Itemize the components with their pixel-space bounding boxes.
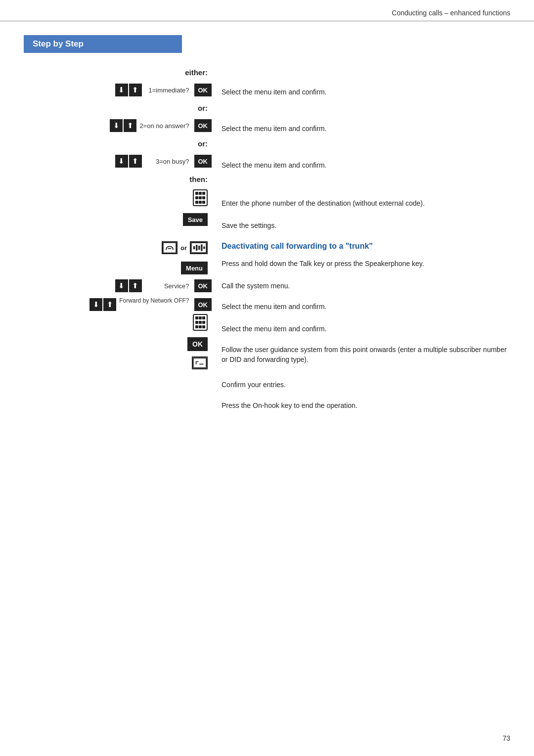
desc-confirm: Confirm your entries. xyxy=(222,375,510,394)
speaker-key-icon xyxy=(190,241,208,254)
svg-rect-4 xyxy=(195,196,198,199)
step-by-step-label: Step by Step xyxy=(33,39,84,48)
svg-rect-14 xyxy=(196,245,197,251)
desc-menu: Call the system menu. xyxy=(222,276,510,295)
right-column: Select the menu item and confirm. Select… xyxy=(217,64,510,417)
left-column: either: ⬇ ⬆ 1=immediate? OK or: xyxy=(24,64,217,417)
down-arrow-1[interactable]: ⬇ xyxy=(115,84,128,96)
ok-btn-3[interactable]: OK xyxy=(194,155,212,168)
down-arrow-service[interactable]: ⬇ xyxy=(115,279,128,292)
follow-desc: Follow the user guidance system from thi… xyxy=(222,345,510,365)
svg-rect-17 xyxy=(203,246,205,249)
or-text-talk: or xyxy=(180,244,187,252)
save-desc: Save the settings. xyxy=(222,221,276,230)
menu-desc: Call the system menu. xyxy=(222,281,290,291)
desc-row-3: Select the menu item and confirm. xyxy=(222,156,510,175)
page-title: Conducting calls – enhanced functions xyxy=(392,9,510,17)
ok-btn-2[interactable]: OK xyxy=(194,119,212,132)
desc-2: Select the menu item and confirm. xyxy=(222,124,326,133)
item-label-3: 3=on busy? xyxy=(145,158,189,165)
svg-rect-22 xyxy=(195,321,198,324)
down-arrow-3[interactable]: ⬇ xyxy=(115,155,128,168)
then-desc: Enter the phone number of the destinatio… xyxy=(222,198,425,208)
desc-1: Select the menu item and confirm. xyxy=(222,87,326,97)
or-label-2: or: xyxy=(24,139,212,148)
save-row: Save xyxy=(24,211,212,228)
menu-button[interactable]: Menu xyxy=(181,262,208,274)
down-arrow-2[interactable]: ⬇ xyxy=(110,119,123,132)
step-by-step-box: Step by Step xyxy=(24,35,182,53)
talk-desc: Press and hold down the Talk key or pres… xyxy=(222,259,424,268)
menu-row: Menu xyxy=(24,260,212,276)
desc-then: Enter the phone number of the destinatio… xyxy=(222,192,510,214)
row-on-busy: ⬇ ⬆ 3=on busy? OK xyxy=(24,153,212,170)
svg-rect-19 xyxy=(195,316,198,319)
keypad-icon-2 xyxy=(193,314,208,334)
service-ok-btn[interactable]: OK xyxy=(194,279,212,292)
page-number: 73 xyxy=(502,734,510,742)
arrow-icons-1: ⬇ ⬆ xyxy=(115,84,142,96)
svg-rect-9 xyxy=(202,201,205,204)
talk-key-icon xyxy=(162,241,178,254)
svg-rect-25 xyxy=(195,325,198,328)
onhook-row xyxy=(24,354,212,372)
service-label: Service? xyxy=(145,282,189,290)
keypad-row-2 xyxy=(24,313,212,335)
up-arrow-service[interactable]: ⬆ xyxy=(129,279,142,292)
svg-rect-27 xyxy=(202,325,205,328)
forward-desc: Select the menu item and confirm. xyxy=(222,324,326,334)
svg-rect-11 xyxy=(168,248,172,249)
arrow-icons-3: ⬇ ⬆ xyxy=(115,155,142,168)
svg-rect-8 xyxy=(199,201,202,204)
up-arrow-3[interactable]: ⬆ xyxy=(129,155,142,168)
talk-key-row: or xyxy=(24,237,212,259)
desc-row-2: Select the menu item and confirm. xyxy=(222,119,510,138)
either-label-row: either: xyxy=(24,64,212,81)
up-arrow-2[interactable]: ⬆ xyxy=(124,119,136,132)
confirm-desc: Confirm your entries. xyxy=(222,380,286,390)
svg-rect-20 xyxy=(199,316,202,319)
svg-rect-29 xyxy=(199,364,203,365)
ok-btn-1[interactable]: OK xyxy=(194,84,212,96)
forward-ok-btn[interactable]: OK xyxy=(194,298,212,311)
service-row: ⬇ ⬆ Service? OK xyxy=(24,277,212,294)
confirm-ok-row: OK xyxy=(24,336,212,353)
or-label-row-1: or: xyxy=(24,99,212,116)
arrow-icons-service: ⬇ ⬆ xyxy=(115,279,142,292)
desc-forward: Select the menu item and confirm. xyxy=(222,318,510,340)
svg-rect-21 xyxy=(202,316,205,319)
up-arrow-1[interactable]: ⬆ xyxy=(129,84,142,96)
svg-rect-2 xyxy=(199,192,202,195)
svg-rect-7 xyxy=(195,201,198,204)
keypad-icon xyxy=(193,189,208,209)
down-arrow-forward[interactable]: ⬇ xyxy=(89,298,102,311)
desc-3: Select the menu item and confirm. xyxy=(222,160,326,170)
desc-service: Select the menu item and confirm. xyxy=(222,297,510,316)
then-label: then: xyxy=(24,175,212,183)
page-header: Conducting calls – enhanced functions xyxy=(0,0,534,21)
forward-row: ⬇ ⬆ Forward by Network OFF? OK xyxy=(24,295,212,312)
svg-rect-13 xyxy=(193,246,195,250)
desc-follow: Follow the user guidance system from thi… xyxy=(222,342,510,373)
or-label-1: or: xyxy=(24,104,212,112)
svg-rect-24 xyxy=(202,321,205,324)
up-arrow-forward[interactable]: ⬆ xyxy=(103,298,116,311)
arrow-icons-forward: ⬇ ⬆ xyxy=(89,298,116,311)
desc-row-1: Select the menu item and confirm. xyxy=(222,83,510,101)
confirm-ok-btn[interactable]: OK xyxy=(187,337,208,351)
item-label-1: 1=immediate? xyxy=(145,87,189,94)
or-label-row-2: or: xyxy=(24,135,212,152)
deactivating-title: Deactivating call forwarding to a "trunk… xyxy=(222,242,510,251)
save-button[interactable]: Save xyxy=(183,213,208,226)
svg-rect-5 xyxy=(199,196,202,199)
svg-rect-6 xyxy=(202,196,205,199)
item-label-2: 2=on no answer? xyxy=(139,122,189,130)
svg-rect-28 xyxy=(193,358,206,368)
row-immediate: ⬇ ⬆ 1=immediate? OK xyxy=(24,82,212,98)
svg-rect-1 xyxy=(195,192,198,195)
svg-rect-26 xyxy=(199,325,202,328)
then-label-row: then: xyxy=(24,171,212,187)
svg-rect-10 xyxy=(163,243,176,253)
desc-save: Save the settings. xyxy=(222,216,510,235)
svg-rect-23 xyxy=(199,321,202,324)
